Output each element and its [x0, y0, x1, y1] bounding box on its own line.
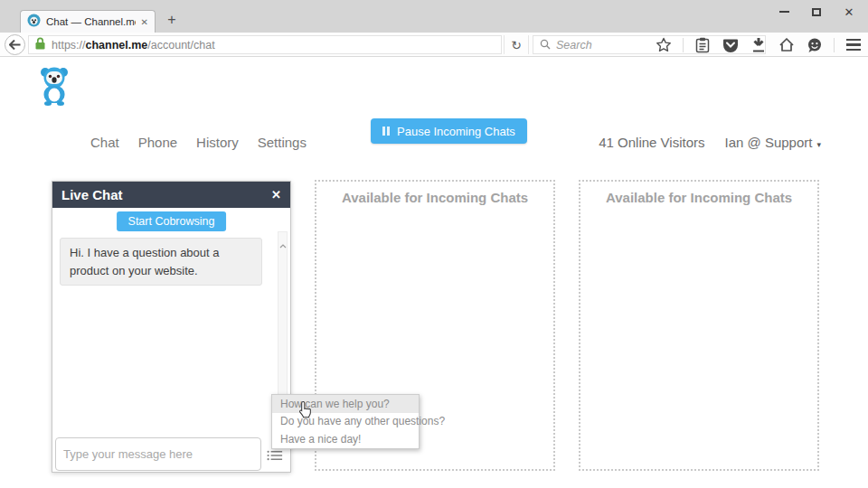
tab-title: Chat — Channel.me [46, 16, 136, 27]
window-close-button[interactable]: ✕ [839, 4, 859, 20]
window-minimize-button[interactable] [774, 4, 794, 20]
search-icon [540, 37, 551, 53]
online-visitors-count[interactable]: 41 Online Visitors [599, 135, 704, 150]
hello-chat-icon[interactable] [806, 36, 824, 54]
pause-icon [382, 127, 390, 136]
nav-chat[interactable]: Chat [90, 135, 119, 150]
tab-close-icon[interactable]: ✕ [141, 17, 148, 27]
chat-message: Hi. I have a question about a product on… [60, 238, 262, 286]
message-input[interactable] [55, 437, 261, 471]
canned-response-item[interactable]: Do you have any other questions? [272, 413, 419, 431]
pause-button-label: Pause Incoming Chats [397, 125, 515, 138]
canned-responses-menu: How can we help you? Do you have any oth… [271, 394, 420, 449]
page-content: Chat Phone History Settings 41 Online Vi… [0, 57, 868, 488]
close-icon[interactable]: ✕ [271, 188, 281, 202]
url-domain: channel.me [86, 39, 148, 52]
window-maximize-button[interactable] [807, 4, 826, 20]
nav-settings[interactable]: Settings [258, 135, 307, 150]
nav-phone[interactable]: Phone [138, 135, 177, 150]
url-scheme: https:// [52, 39, 86, 52]
live-chat-header[interactable]: Live Chat ✕ [52, 182, 290, 208]
caret-down-icon: ▾ [816, 140, 821, 149]
slot-label: Available for Incoming Chats [580, 190, 817, 205]
nav-history[interactable]: History [196, 135, 239, 150]
mouse-cursor-icon [298, 401, 312, 422]
url-path: /account/chat [147, 39, 214, 52]
slot-label: Available for Incoming Chats [316, 190, 553, 205]
live-chat-panel: Live Chat ✕ Start Cobrowsing Hi. I have … [52, 181, 291, 473]
channel-logo[interactable] [36, 65, 72, 111]
reading-list-icon[interactable] [693, 36, 712, 54]
main-nav: Chat Phone History Settings [90, 135, 307, 150]
toolbar-separator [834, 38, 835, 52]
scroll-up-icon[interactable] [279, 236, 287, 252]
back-arrow-icon [9, 40, 21, 50]
canned-responses-icon[interactable] [266, 449, 284, 462]
bookmark-star-icon[interactable] [655, 36, 673, 54]
address-bar[interactable]: https://channel.me/account/chat [28, 35, 502, 54]
toolbar-separator [683, 38, 684, 52]
url-text: https://channel.me/account/chat [52, 39, 215, 52]
canned-response-item[interactable]: Have a nice day! [272, 430, 419, 448]
live-chat-title: Live Chat [61, 187, 123, 202]
menu-icon[interactable] [844, 36, 863, 54]
home-icon[interactable] [778, 36, 796, 54]
pause-incoming-chats-button[interactable]: Pause Incoming Chats [371, 118, 527, 144]
availability-slot: Available for Incoming Chats [579, 180, 819, 471]
browser-tab[interactable]: Chat — Channel.me ✕ [20, 10, 156, 33]
reload-button[interactable]: ↻ [504, 35, 529, 54]
start-cobrowsing-button[interactable]: Start Cobrowsing [117, 211, 227, 231]
tab-favicon-icon [27, 14, 41, 31]
pocket-icon[interactable] [722, 36, 740, 54]
download-icon[interactable] [750, 36, 768, 54]
lock-icon [35, 37, 45, 52]
new-tab-button[interactable]: + [163, 12, 181, 28]
back-button[interactable] [5, 34, 25, 55]
user-menu[interactable]: Ian @ Support▾ [725, 135, 821, 150]
user-menu-label: Ian @ Support [725, 135, 813, 150]
reload-icon: ↻ [511, 38, 522, 52]
canned-response-item[interactable]: How can we help you? [272, 395, 419, 413]
